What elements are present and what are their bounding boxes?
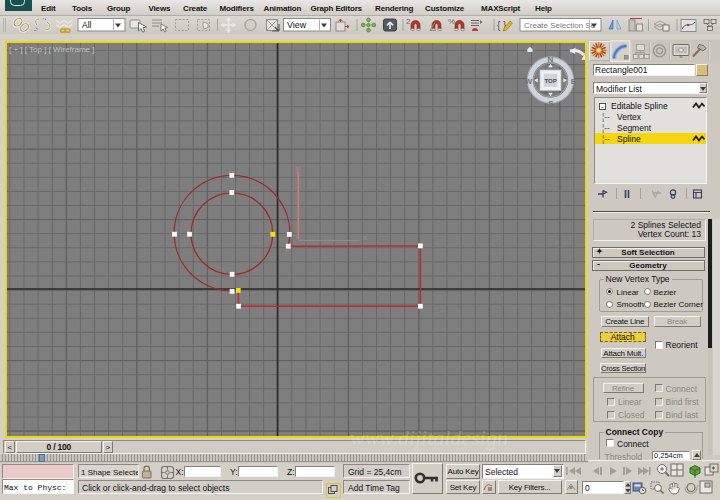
svg-text:[ + ] [ Top ] [ Wireframe ]: [ + ] [ Top ] [ Wireframe ] <box>9 45 94 54</box>
svg-text:%: % <box>448 17 455 26</box>
svg-text:S: S <box>548 98 554 107</box>
svg-text:2: 2 <box>406 17 411 26</box>
svg-text:E: E <box>571 76 577 85</box>
svg-text:All: All <box>82 20 92 30</box>
svg-text:W: W <box>525 76 533 85</box>
svg-text:TOP: TOP <box>544 78 556 84</box>
svg-text:Create Selection Se: Create Selection Se <box>524 21 596 30</box>
svg-text:y: y <box>296 164 300 173</box>
svg-text:N: N <box>548 55 554 64</box>
svg-text:View: View <box>287 20 307 30</box>
